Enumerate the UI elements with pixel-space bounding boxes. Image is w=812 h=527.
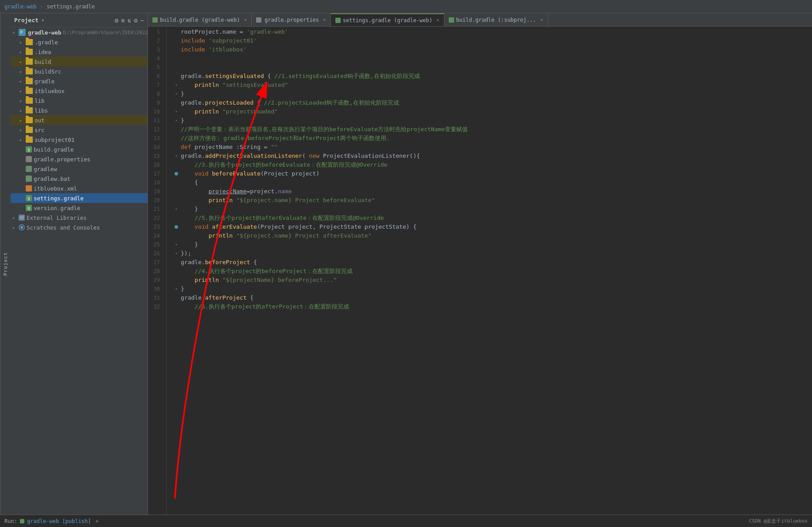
tab-gradle-properties[interactable]: gradle.properties × (252, 13, 330, 26)
gutter-7: ▾ (172, 81, 181, 90)
fold-icon-11[interactable]: ▾ (175, 116, 178, 125)
tree-item-subproject01[interactable]: subproject01 (11, 135, 148, 144)
code-line-4 (172, 54, 812, 63)
arrow-buildSrc (19, 69, 26, 74)
tab-build-gradle-web[interactable]: build.gradle (gradle-web) × (148, 13, 252, 26)
file-icon-gradlew-bat (26, 176, 32, 182)
code-line-10: ▾ println "projectsLoaded" (172, 107, 812, 116)
tree-item-libs[interactable]: libs (11, 105, 148, 115)
tree-item-lib[interactable]: lib (11, 96, 148, 105)
file-icon-itbluebox-xml (26, 185, 32, 191)
folder-icon-gradle (26, 78, 33, 84)
file-icon-version-gradle: g (26, 205, 32, 211)
tree-item-gradlew[interactable]: gradlew (11, 164, 148, 174)
arrow-gradle-hidden (19, 40, 26, 45)
tab-close-settings-gradle-web[interactable]: × (436, 17, 439, 23)
arrow-libs (19, 108, 26, 113)
fold-icon-26[interactable]: ▾ (175, 249, 178, 258)
folder-icon-build (26, 59, 33, 65)
filter-icon[interactable]: ⇅ (128, 17, 131, 24)
label-gradlew-bat: gradlew.bat (34, 176, 70, 182)
tab-close-build-gradle-web[interactable]: × (244, 17, 247, 23)
fold-icon-21[interactable]: ▾ (175, 205, 178, 214)
editor-area: build.gradle (gradle-web) × gradle.prope… (148, 13, 812, 515)
code-area[interactable]: rootProject.name = 'gradle-web'include '… (167, 27, 812, 515)
fold-icon-15[interactable]: ▾ (175, 152, 178, 160)
tab-label-build-gradle-web: build.gradle (gradle-web) (160, 17, 240, 23)
sidebar-toolbar: ⚙ ≡ ⇅ ⚙ − (115, 17, 144, 24)
tab-icon-gradle-properties (256, 17, 261, 23)
tree-item-version-gradle[interactable]: g version.gradle (11, 203, 148, 213)
tree-item-idea[interactable]: .idea (11, 47, 148, 57)
code-line-22: //5.执行各个project的afterEvaluate：在配置阶段完成@Ov… (172, 214, 812, 223)
tab-close-build-gradle-subproj[interactable]: × (540, 17, 543, 23)
tree-root[interactable]: P gradle-web D:\ProgramWorkSpace\IDEA\20… (11, 27, 148, 37)
code-line-28: //4.执行各个project的beforeProject：在配置阶段完成 (172, 267, 812, 276)
code-line-1: rootProject.name = 'gradle-web' (172, 27, 812, 36)
label-gradle: gradle (35, 78, 54, 85)
folder-icon-buildSrc (26, 68, 33, 74)
tree-item-gradle[interactable]: gradle (11, 76, 148, 86)
folder-icon-out (26, 117, 33, 123)
tree-item-settings-gradle[interactable]: g settings.gradle (11, 193, 148, 203)
fold-icon-7[interactable]: ▾ (175, 81, 178, 90)
tree-item-src[interactable]: src (11, 125, 148, 135)
tab-label-gradle-properties: gradle.properties (264, 17, 319, 23)
tree-item-gradle-properties[interactable]: gradle.properties (11, 154, 148, 164)
code-line-26: ▾}); (172, 249, 812, 258)
gear-icon[interactable]: ⚙ (115, 17, 118, 24)
run-close[interactable]: × (95, 518, 98, 524)
status-csdn: CSDN @蓝盒子itbluebox (749, 518, 808, 524)
tree-item-buildSrc[interactable]: buildSrc (11, 66, 148, 76)
tree-item-out[interactable]: out (11, 115, 148, 125)
tree-item-scratches[interactable]: Scratches and Consoles (11, 223, 148, 232)
project-tab[interactable]: Project (0, 13, 11, 515)
gutter-17 (172, 172, 181, 176)
label-version-gradle: version.gradle (34, 205, 80, 211)
tab-label-settings-gradle-web: settings.gradle (gradle-web) (343, 17, 432, 23)
tab-settings-gradle-web[interactable]: settings.gradle (gradle-web) × (331, 13, 444, 26)
folder-icon-libs (26, 107, 33, 113)
tree-item-gradle-hidden[interactable]: .gradle (11, 37, 148, 47)
breadcrumb-gradle-web[interactable]: gradle-web (4, 4, 36, 10)
sidebar-header: Project ▾ ⚙ ≡ ⇅ ⚙ − (11, 13, 148, 27)
minimize-icon[interactable]: − (140, 17, 144, 24)
code-line-17: void beforeEvaluate(Project project) (172, 169, 812, 178)
label-itbluebox: itbluebox (35, 88, 65, 94)
tree-item-external-libraries[interactable]: External Libraries (11, 213, 148, 223)
tree-item-build[interactable]: build (11, 57, 148, 66)
gutter-11: ▾ (172, 116, 181, 125)
dropdown-arrow[interactable]: ▾ (41, 17, 45, 23)
settings-icon2[interactable]: ⚙ (134, 17, 137, 24)
tab-build-gradle-subproj[interactable]: build.gradle (:subproj... × (444, 13, 548, 26)
file-icon-gradlew (26, 166, 32, 172)
run-target[interactable]: gradle-web [publish] (27, 518, 91, 524)
collapse-icon[interactable]: ≡ (121, 17, 124, 24)
label-gradle-hidden: .gradle (35, 39, 58, 46)
fold-icon-8[interactable]: ▾ (175, 90, 178, 98)
tree-item-itbluebox[interactable]: itbluebox (11, 86, 148, 96)
fold-icon-25[interactable]: ▾ (175, 240, 178, 249)
code-line-29: println "${projectName} beforeProject...… (172, 276, 812, 285)
code-line-14: def projectName :String = "" (172, 143, 812, 152)
file-icon-settings-gradle: g (26, 195, 32, 201)
label-subproject01: subproject01 (35, 137, 74, 143)
tree-item-itbluebox-xml[interactable]: itbluebox.xml (11, 183, 148, 193)
label-lib: lib (35, 98, 45, 104)
breadcrumb-file: settings.gradle (47, 4, 94, 10)
breakpoint-dot-23 (175, 225, 178, 229)
fold-icon-10[interactable]: ▾ (175, 107, 178, 116)
fold-icon-30[interactable]: ▾ (175, 285, 178, 293)
gutter-15: ▾ (172, 152, 181, 160)
svg-text:P: P (20, 31, 23, 35)
tree-item-gradlew-bat[interactable]: gradlew.bat (11, 174, 148, 183)
code-line-13: //这样方便在: gradle.beforeProject和afterProje… (172, 134, 812, 143)
arrow-src (19, 128, 26, 133)
gutter-10: ▾ (172, 107, 181, 116)
arrow-scratches (12, 225, 19, 230)
label-settings-gradle: settings.gradle (34, 195, 84, 202)
code-line-2: include 'subproject01' (172, 36, 812, 45)
tree-item-build-gradle[interactable]: g build.gradle (11, 144, 148, 154)
arrow-lib (19, 98, 26, 103)
tab-close-gradle-properties[interactable]: × (323, 17, 326, 23)
